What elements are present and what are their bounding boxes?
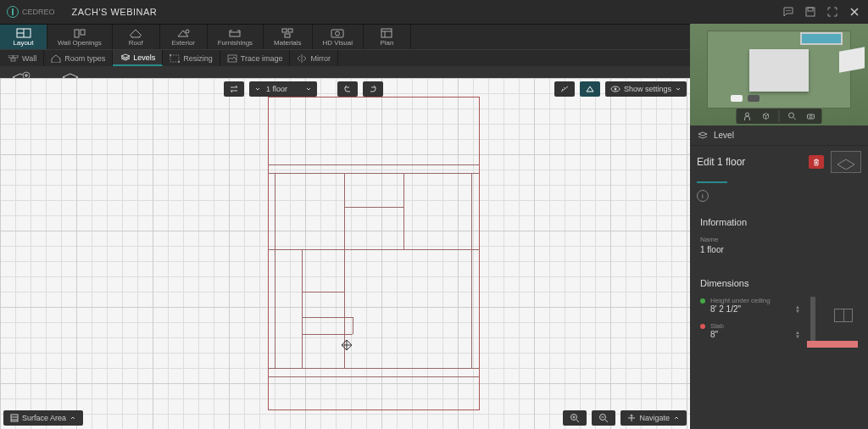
- subtab-room-types[interactable]: Room types: [44, 50, 113, 66]
- measure-tool[interactable]: [554, 81, 575, 97]
- subtab-trace-image[interactable]: Trace image: [220, 50, 291, 66]
- tab-plan[interactable]: Plan: [364, 25, 411, 49]
- preview-zoom-icon[interactable]: [787, 110, 798, 122]
- svg-rect-20: [8, 55, 13, 58]
- information-title: Information: [700, 217, 858, 227]
- svg-point-43: [810, 115, 812, 118]
- subtab-wall[interactable]: Wall: [2, 50, 44, 66]
- subtab-mirror[interactable]: Mirror: [290, 50, 338, 66]
- floorplan[interactable]: [268, 97, 480, 410]
- slab-stepper[interactable]: ▲▼: [795, 331, 800, 339]
- svg-line-36: [576, 420, 579, 422]
- zoom-out-button[interactable]: [592, 410, 615, 426]
- properties-panel: Level Edit 1 floor i Information Name 1 …: [690, 24, 868, 429]
- close-icon[interactable]: [848, 5, 861, 19]
- svg-rect-4: [808, 8, 813, 11]
- height-stepper[interactable]: ▲▼: [795, 305, 800, 314]
- name-label: Name: [700, 236, 858, 243]
- svg-rect-8: [75, 30, 79, 37]
- svg-point-2: [789, 10, 790, 11]
- height-label: Height under ceiling: [710, 297, 771, 304]
- slab-input[interactable]: 8": [710, 330, 790, 339]
- slab-indicator: [700, 324, 705, 329]
- navigate-button[interactable]: Navigate: [620, 410, 687, 426]
- preview-3d[interactable]: [690, 24, 868, 125]
- undo-button[interactable]: [337, 81, 358, 97]
- save-icon[interactable]: [804, 5, 817, 19]
- brand-logo: CEDREO: [7, 6, 55, 18]
- redo-button[interactable]: [363, 81, 383, 97]
- svg-point-40: [789, 113, 794, 118]
- name-value[interactable]: 1 floor: [700, 245, 858, 254]
- svg-rect-17: [381, 29, 392, 37]
- svg-point-24: [170, 54, 171, 56]
- svg-rect-22: [11, 58, 15, 61]
- shape-tool[interactable]: [580, 81, 600, 97]
- dimension-diagram: [807, 297, 858, 348]
- show-settings-button[interactable]: Show settings: [605, 81, 687, 97]
- svg-rect-32: [11, 415, 18, 421]
- svg-point-16: [336, 31, 340, 36]
- svg-point-0: [786, 10, 787, 11]
- tab-wall-openings[interactable]: Wall Openings: [47, 25, 113, 49]
- delete-button[interactable]: [809, 155, 824, 169]
- preview-cube-icon[interactable]: [760, 110, 772, 122]
- svg-line-38: [605, 420, 608, 422]
- canvas[interactable]: 1 floor Show settings Surface Area Navig…: [0, 78, 690, 429]
- tab-layout[interactable]: Layout: [0, 25, 47, 49]
- svg-rect-9: [81, 30, 85, 35]
- tab-exterior[interactable]: Exterior: [160, 25, 208, 49]
- level-header: Level: [690, 125, 868, 146]
- subtab-resizing[interactable]: Resizing: [163, 50, 220, 66]
- fullscreen-icon[interactable]: [826, 5, 839, 19]
- chat-icon[interactable]: [782, 5, 795, 19]
- dimensions-title: Dimensions: [700, 278, 858, 288]
- tab-furnishings[interactable]: Furnishings: [208, 25, 264, 49]
- swap-button[interactable]: [224, 81, 244, 97]
- svg-point-10: [186, 30, 189, 33]
- edit-title: Edit 1 floor: [697, 156, 802, 168]
- svg-point-25: [178, 61, 180, 63]
- project-title: ZACH'S WEBINAR: [72, 7, 158, 17]
- svg-line-41: [793, 118, 796, 120]
- svg-rect-15: [331, 30, 343, 37]
- svg-rect-11: [230, 32, 240, 36]
- preview-camera-icon[interactable]: [805, 110, 817, 122]
- preview-person-icon[interactable]: [742, 110, 754, 122]
- slab-label: Slab: [710, 322, 724, 330]
- info-icon[interactable]: i: [697, 190, 709, 202]
- floor-selector[interactable]: 1 floor: [249, 81, 317, 97]
- svg-rect-23: [170, 55, 179, 62]
- svg-rect-12: [282, 29, 287, 32]
- height-input[interactable]: 8' 2 1/2": [710, 304, 790, 314]
- svg-rect-13: [288, 29, 292, 32]
- zoom-in-button[interactable]: [563, 410, 587, 426]
- svg-point-1: [787, 10, 788, 11]
- height-indicator: [700, 298, 705, 304]
- tab-roof[interactable]: Roof: [113, 25, 160, 49]
- svg-point-39: [746, 113, 749, 116]
- svg-rect-21: [14, 55, 18, 58]
- svg-rect-14: [285, 34, 290, 37]
- level-thumbnail[interactable]: [831, 151, 861, 173]
- svg-point-31: [614, 88, 616, 91]
- tab-hd-visual[interactable]: HD Visual: [313, 25, 364, 49]
- surface-area-button[interactable]: Surface Area: [3, 410, 83, 426]
- subtab-levels[interactable]: Levels: [113, 50, 163, 66]
- tab-materials[interactable]: Materials: [264, 25, 312, 49]
